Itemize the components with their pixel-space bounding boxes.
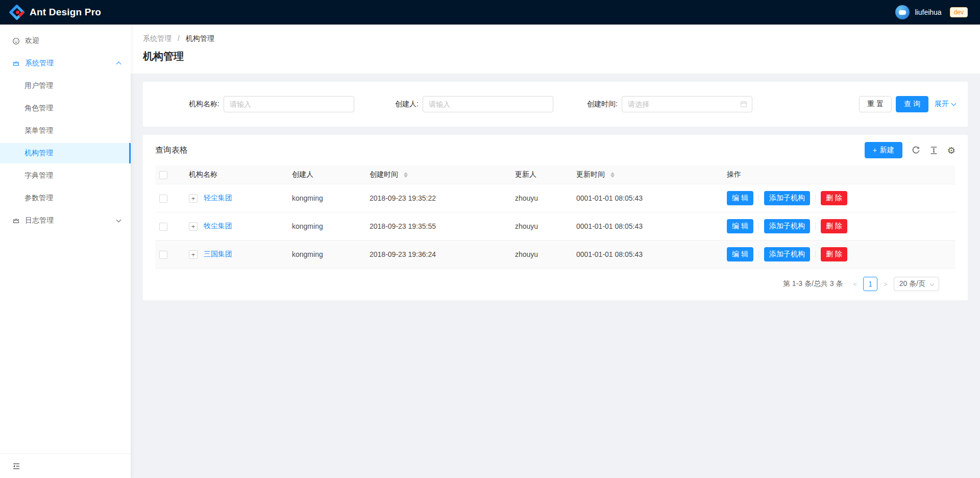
main-area: 系统管理 / 机构管理 机构管理 机构名称: 创建人: 创建时间: xyxy=(131,25,980,478)
sidebar-item-label: 用户管理 xyxy=(24,81,53,90)
sidebar: 欢迎 系统管理 用户管理 角色管理 菜单管理 机构管理 xyxy=(0,25,131,478)
new-button-label: 新建 xyxy=(880,146,894,155)
sidebar-item-orgs[interactable]: 机构管理 xyxy=(0,143,131,163)
row-checkbox[interactable] xyxy=(159,223,167,231)
cell-update-time: 0001-01-01 08:05:43 xyxy=(572,212,723,241)
sidebar-collapse-trigger[interactable] xyxy=(0,453,131,478)
page-number[interactable]: 1 xyxy=(863,277,877,291)
add-child-org-button[interactable]: 添加子机构 xyxy=(764,247,810,261)
crown-icon xyxy=(12,217,20,225)
row-checkbox[interactable] xyxy=(159,251,167,259)
row-checkbox[interactable] xyxy=(159,195,167,203)
action-divider xyxy=(815,195,816,202)
sidebar-item-roles[interactable]: 角色管理 xyxy=(0,98,131,118)
cell-creator: kongming xyxy=(288,241,365,269)
new-button[interactable]: + 新建 xyxy=(865,142,902,158)
page-size-value: 20 条/页 xyxy=(899,279,925,289)
reset-button[interactable]: 重 置 xyxy=(859,96,892,112)
sidebar-item-label: 菜单管理 xyxy=(24,126,53,135)
cell-create-time: 2018-09-23 19:35:55 xyxy=(365,212,511,241)
org-name-link[interactable]: 轻尘集团 xyxy=(204,194,232,202)
expand-link[interactable]: 展开 xyxy=(935,100,955,109)
chevron-down-icon xyxy=(951,101,957,106)
breadcrumb: 系统管理 / 机构管理 xyxy=(143,33,968,44)
sorter-icon[interactable] xyxy=(610,172,615,178)
sorter-icon[interactable] xyxy=(404,172,408,178)
table-card: 查询表格 + 新建 xyxy=(143,135,968,300)
sidebar-item-label: 欢迎 xyxy=(25,36,39,45)
cell-create-time: 2018-09-23 19:36:24 xyxy=(365,241,511,269)
header-user-area[interactable]: liufeihua dev xyxy=(895,5,968,19)
action-divider xyxy=(758,195,759,202)
expand-row-icon[interactable]: + xyxy=(189,250,198,259)
page-title: 机构管理 xyxy=(143,49,968,63)
col-create-time[interactable]: 创建时间 xyxy=(365,165,511,184)
menu-fold-icon xyxy=(12,462,20,470)
sidebar-item-menus[interactable]: 菜单管理 xyxy=(0,121,131,141)
cell-creator: kongming xyxy=(288,212,365,241)
delete-button[interactable]: 删 除 xyxy=(821,247,847,261)
action-divider xyxy=(815,223,816,230)
col-updater: 更新人 xyxy=(511,165,572,184)
table-row: + 轻尘集团 kongming 2018-09-23 19:35:22 zhou… xyxy=(155,184,955,212)
org-name-input[interactable] xyxy=(224,96,354,112)
calendar-icon xyxy=(740,101,747,108)
sidebar-group-label: 系统管理 xyxy=(25,59,54,68)
sidebar-item-users[interactable]: 用户管理 xyxy=(0,76,131,96)
expand-row-icon[interactable]: + xyxy=(189,194,198,203)
filter-create-time-label: 创建时间: xyxy=(587,100,618,109)
add-child-org-button[interactable]: 添加子机构 xyxy=(764,219,810,233)
page-size-select[interactable]: 20 条/页 xyxy=(894,277,939,291)
cell-updater: zhouyu xyxy=(511,184,572,212)
cell-updater: zhouyu xyxy=(511,212,572,241)
filter-create-time: 创建时间: xyxy=(553,96,752,112)
sidebar-item-welcome[interactable]: 欢迎 xyxy=(0,31,131,51)
breadcrumb-current: 机构管理 xyxy=(186,34,214,42)
refresh-icon[interactable] xyxy=(912,146,920,155)
sidebar-item-dicts[interactable]: 字典管理 xyxy=(0,165,131,186)
org-table: 机构名称 创建人 创建时间 更新人 更新时间 操作 xyxy=(155,165,955,269)
sidebar-item-label: 角色管理 xyxy=(24,104,53,113)
col-update-time[interactable]: 更新时间 xyxy=(572,165,723,184)
density-icon[interactable] xyxy=(929,146,938,155)
table-row: + 三国集团 kongming 2018-09-23 19:36:24 zhou… xyxy=(155,241,955,269)
sidebar-group-logs[interactable]: 日志管理 xyxy=(0,210,131,231)
filter-actions: 重 置 查 询 展开 xyxy=(859,96,955,112)
crown-icon xyxy=(12,60,20,67)
sidebar-item-label: 字典管理 xyxy=(24,171,53,180)
delete-button[interactable]: 删 除 xyxy=(821,191,847,205)
user-avatar[interactable] xyxy=(895,5,910,19)
table-toolbar: 查询表格 + 新建 xyxy=(143,135,968,165)
creator-input[interactable] xyxy=(423,96,553,112)
sidebar-group-system[interactable]: 系统管理 xyxy=(0,53,131,74)
edit-button[interactable]: 编 辑 xyxy=(727,219,753,233)
sidebar-item-params[interactable]: 参数管理 xyxy=(0,188,131,208)
expand-row-icon[interactable]: + xyxy=(189,222,198,231)
search-button[interactable]: 查 询 xyxy=(896,96,928,112)
breadcrumb-parent[interactable]: 系统管理 xyxy=(143,34,172,42)
add-child-org-button[interactable]: 添加子机构 xyxy=(764,191,810,205)
select-all-checkbox[interactable] xyxy=(159,171,167,179)
chevron-down-icon xyxy=(930,282,934,286)
next-page-icon[interactable]: > xyxy=(881,280,890,288)
org-name-link[interactable]: 三国集团 xyxy=(204,250,232,258)
filter-org-name: 机构名称: xyxy=(155,96,354,112)
edit-button[interactable]: 编 辑 xyxy=(727,191,753,205)
org-name-link[interactable]: 牧尘集团 xyxy=(204,222,232,230)
col-creator: 创建人 xyxy=(288,165,365,184)
create-time-picker[interactable] xyxy=(622,96,752,112)
cell-creator: kongming xyxy=(288,184,365,212)
cell-update-time: 0001-01-01 08:05:43 xyxy=(572,184,723,212)
sidebar-group-label: 日志管理 xyxy=(25,216,54,225)
cell-create-time: 2018-09-23 19:35:22 xyxy=(365,184,511,212)
settings-gear-icon[interactable]: ⚙ xyxy=(947,146,955,155)
sidebar-item-label: 参数管理 xyxy=(24,194,53,203)
page-header: 系统管理 / 机构管理 机构管理 xyxy=(131,25,980,74)
username[interactable]: liufeihua xyxy=(915,8,941,16)
prev-page-icon[interactable]: < xyxy=(851,280,859,288)
edit-button[interactable]: 编 辑 xyxy=(727,247,753,261)
action-divider xyxy=(815,251,816,258)
delete-button[interactable]: 删 除 xyxy=(821,219,847,233)
expand-label: 展开 xyxy=(935,100,949,109)
env-badge: dev xyxy=(950,7,968,17)
